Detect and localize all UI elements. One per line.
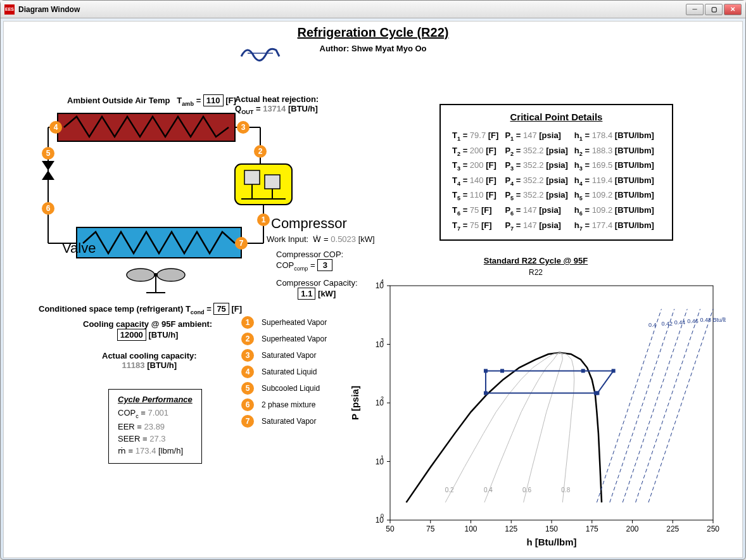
- svg-text:50: 50: [386, 525, 395, 533]
- state-4: 4Saturated Liquid: [241, 366, 327, 378]
- svg-text:200: 200: [626, 525, 638, 533]
- svg-text:0.4: 0.4: [648, 322, 657, 328]
- chart-subtitle: R22: [346, 268, 726, 277]
- svg-rect-90: [484, 369, 488, 372]
- cooling-cap-input[interactable]: 12000: [117, 329, 146, 341]
- svg-line-82: [636, 309, 700, 502]
- svg-text:0.2: 0.2: [445, 487, 454, 493]
- compressor-label: Compressor: [271, 215, 347, 232]
- titlebar: EES Diagram Window ─ ▢ ✕: [1, 1, 745, 18]
- page-title: Refrigeration Cycle (R22): [4, 25, 742, 40]
- svg-marker-20: [42, 161, 54, 170]
- svg-marker-21: [42, 170, 54, 180]
- svg-text:h [Btu/lbm]: h [Btu/lbm]: [526, 537, 576, 547]
- svg-rect-89: [500, 369, 504, 372]
- state-2: 2Superheated Vapor: [241, 333, 327, 345]
- svg-line-76: [597, 309, 661, 502]
- svg-rect-91: [484, 391, 488, 395]
- state-7: 7Saturated Vapor: [241, 415, 327, 428]
- svg-text:0.46: 0.46: [687, 318, 699, 324]
- valve-label: Valve: [62, 240, 96, 257]
- svg-text:4: 4: [54, 123, 58, 132]
- comp-cop-label: Compressor COP: COPcomp = 3: [276, 250, 343, 272]
- chart-title: Standard R22 Cycle @ 95F: [346, 256, 726, 265]
- svg-text:75: 75: [426, 525, 435, 533]
- cond-input[interactable]: 75: [213, 303, 229, 315]
- cycle-performance-box: Cycle Performance COPc = 7.001 EER = 23.…: [108, 389, 202, 464]
- app-icon: EES: [4, 4, 15, 15]
- svg-text:2: 2: [381, 395, 384, 402]
- svg-text:7: 7: [239, 239, 244, 248]
- svg-text:3: 3: [381, 337, 384, 343]
- svg-text:0.42: 0.42: [661, 321, 673, 327]
- svg-text:0.4: 0.4: [484, 487, 493, 493]
- svg-line-84: [648, 309, 713, 502]
- svg-text:175: 175: [586, 525, 598, 533]
- close-button[interactable]: ✕: [724, 4, 742, 15]
- content: Refrigeration Cycle (R22) Author: Shwe M…: [3, 21, 743, 558]
- svg-text:P [psia]: P [psia]: [350, 386, 360, 420]
- work-input-label: Work Input: Ẇ = 0.5023 [kW]: [267, 234, 375, 244]
- actual-cooling-label: Actual cooling capacity: 11183 [BTU/h]: [102, 351, 197, 370]
- svg-text:6: 6: [46, 204, 51, 213]
- svg-text:4: 4: [381, 279, 384, 284]
- svg-text:225: 225: [666, 525, 679, 533]
- critical-point-box: Critical Point Details T1 = 79.7 [F]P1 =…: [439, 104, 673, 241]
- cond-label: Conditioned space temp (refrigerant) Tco…: [39, 303, 242, 315]
- svg-rect-4: [244, 170, 260, 184]
- svg-rect-92: [594, 391, 598, 395]
- minimize-button[interactable]: ─: [686, 4, 704, 15]
- svg-text:0: 0: [381, 512, 384, 519]
- cop-logo: [238, 41, 282, 71]
- state-5: 5Subcooled Liquid: [241, 382, 327, 395]
- window-controls: ─ ▢ ✕: [686, 4, 742, 15]
- svg-line-80: [623, 309, 687, 502]
- svg-rect-87: [612, 369, 616, 372]
- comp-cap-input[interactable]: 1.1: [298, 288, 315, 300]
- svg-text:1: 1: [262, 215, 266, 224]
- cooling-cap-label: Cooling capacity @ 95F ambient: 12000 [B…: [83, 319, 212, 341]
- state-legend: 1Superheated Vapor 2Superheated Vapor 3S…: [241, 316, 327, 431]
- app-window: EES Diagram Window ─ ▢ ✕ Refrigeration C…: [0, 0, 746, 560]
- svg-point-12: [127, 269, 155, 281]
- svg-rect-88: [581, 369, 585, 372]
- svg-text:3: 3: [241, 123, 246, 132]
- svg-text:1: 1: [381, 454, 384, 461]
- author-label: Author: Shwe Myat Myo Oo: [4, 44, 742, 53]
- svg-text:250: 250: [707, 525, 719, 533]
- svg-text:150: 150: [545, 525, 558, 533]
- header: Refrigeration Cycle (R22) Author: Shwe M…: [4, 22, 742, 57]
- svg-rect-5: [265, 175, 280, 189]
- window-title: Diagram Window: [18, 5, 686, 14]
- svg-text:0.48 Btu/lbm-R: 0.48 Btu/lbm-R: [700, 317, 726, 323]
- svg-text:5: 5: [46, 149, 51, 158]
- comp-cop-input[interactable]: 3: [317, 259, 332, 271]
- svg-text:100: 100: [464, 525, 477, 533]
- svg-text:125: 125: [505, 525, 517, 533]
- svg-text:0.8: 0.8: [561, 487, 570, 493]
- maximize-button[interactable]: ▢: [705, 4, 723, 15]
- svg-point-13: [157, 269, 185, 281]
- svg-text:2: 2: [258, 147, 263, 156]
- state-6: 62 phase mixture: [241, 398, 327, 411]
- svg-text:0.44: 0.44: [674, 319, 686, 326]
- svg-line-78: [610, 309, 674, 502]
- svg-point-14: [154, 273, 158, 277]
- svg-text:0.6: 0.6: [522, 487, 531, 493]
- state-3: 3Saturated Vapor: [241, 349, 327, 362]
- ph-chart: Standard R22 Cycle @ 95F R22 50751001251…: [346, 256, 726, 554]
- state-1: 1Superheated Vapor: [241, 316, 327, 329]
